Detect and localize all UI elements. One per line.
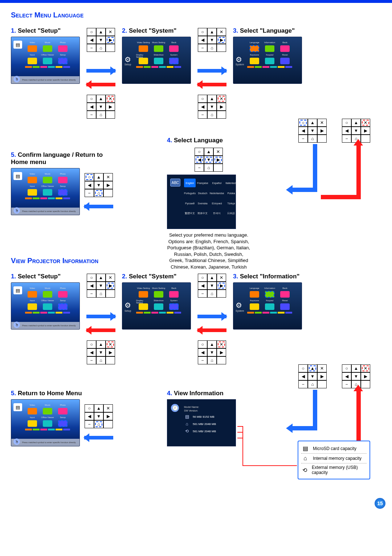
- arrow-left-icon: [84, 203, 113, 210]
- s2-step3: 3. Select "Information" ⚙System Language…: [233, 273, 302, 330]
- home-screen-4: ▤ Video Music Photo Input Office Viewer …: [11, 399, 80, 446]
- usb-icon: ⟲: [301, 467, 308, 474]
- arrow-left-icon: [197, 81, 226, 88]
- remote-pad: ○▲✕ ◀▼▶ −⌂: [198, 28, 226, 52]
- s1-step1-label: 1. Select "Setup": [11, 27, 80, 34]
- clock-icon: 🕘: [171, 404, 179, 412]
- s1-step4-label: 4. Select Language: [167, 137, 250, 144]
- s1-step3-label: 3. Select "Language": [233, 27, 302, 34]
- remote-pad: ○▲✕ ◀▼▶ −⌂: [198, 95, 226, 119]
- sd-slot-icon: ▤: [13, 286, 22, 294]
- s2-step4: 4. View Information 🕘 Model Name: SW Ver…: [167, 390, 236, 446]
- sd-icon: ▤: [184, 414, 190, 419]
- gear-icon: ⚙Setup: [124, 301, 131, 312]
- remote-pad: ○▲✕ ◀▼▶ −⌂: [298, 364, 327, 388]
- system-screen: ⚙Setup Video Setting Music Setting Back …: [122, 37, 191, 84]
- sd-slot-icon: ▤: [13, 172, 22, 180]
- s1-step5-label: 5. Confirm language / Return to Home men…: [11, 151, 113, 166]
- s1-step4: 4. Select Language ○▲✕ ◀▼▶ −⌂ ABC Englis…: [167, 137, 250, 270]
- s1-nav-2-3: ○▲✕ ◀▼▶ −⌂ ○▲✕ ◀▼▶ −⌂: [197, 27, 226, 119]
- s1-nav-1-2: ○▲✕ ◀▼▶ −⌂ ○▲✕ ◀▼▶ −⌂: [86, 27, 115, 119]
- gear-icon: ⚙Setup: [124, 55, 131, 66]
- usb-icon: ⟲: [184, 429, 190, 434]
- mouse-icon: 🖱: [13, 76, 20, 82]
- capacity-legend: ▤MicroSD card capacity ⌂Internal memory …: [298, 441, 370, 479]
- home-screen-2: ▤ Video Music Photo Input Office Viewer …: [11, 168, 80, 215]
- language-select-screen: ABC English Française Español Italienisc…: [167, 175, 236, 229]
- chip-icon: ⌂: [301, 455, 309, 462]
- arrow-left-icon: [84, 434, 113, 441]
- sd-slot-icon: ▤: [13, 403, 22, 411]
- section1-row2: ○▲✕ ◀▼▶ −⌂ ○▲✕ ◀▼▶ −⌂ 4. Select Language: [11, 122, 381, 253]
- s1-step2-label: 2. Select "System": [122, 27, 191, 34]
- remote-pad: ○▲✕ ◀▼▶ −⌂: [87, 28, 115, 52]
- section2-row1: 1. Select "Setup" ▤ Video Music Photo In…: [11, 273, 381, 364]
- page: Select Menu Language 1. Select "Setup" ▤…: [0, 0, 392, 513]
- remote-pad: ○▲✕ ◀▼▶ −⌂: [87, 274, 115, 298]
- information-screen: 🕘 Model Name: SW Version: ▤56 MB/ 8152 M…: [167, 399, 236, 446]
- s1-step3: 3. Select "Language" ⚙System Language In…: [233, 27, 302, 84]
- arrow-left-icon: [86, 81, 115, 88]
- remote-pad: ○▲✕ ◀▼▶ −⌂: [198, 274, 226, 298]
- arrow-left-icon: [197, 327, 226, 334]
- language-grid: English Française Español Italienisch Po…: [184, 179, 232, 218]
- remote-pad: ○▲✕ ◀▼▶ −⌂: [195, 148, 223, 172]
- arrow-right-icon: [197, 67, 226, 74]
- mouse-icon: 🖱: [13, 322, 20, 328]
- page-number-badge: 15: [375, 498, 385, 509]
- s2-step2: 2. Select "System" ⚙Setup Video Setting …: [122, 273, 191, 330]
- gear-icon: ⚙System: [236, 301, 244, 312]
- system-screen-2: ⚙Setup Video Setting Music Setting Back …: [122, 282, 191, 330]
- mouse-icon: 🖱: [13, 438, 20, 445]
- section1-title: Select Menu Language: [11, 11, 381, 19]
- remote-pad: ○▲✕ ◀▼▶ −⌂: [87, 340, 115, 364]
- home-screen-3: ▤ Video Music Photo Input Office Viewer …: [11, 282, 80, 330]
- info-menu-screen: ⚙System Language Information Back Keysto…: [233, 282, 302, 330]
- language-menu-screen: ⚙System Language Information Back Keysto…: [233, 37, 302, 84]
- arrow-right-icon: [197, 313, 226, 320]
- language-caption: Select your preferred menu language. Opt…: [167, 232, 250, 270]
- section2-row2: ○▲✕ ◀▼▶ −⌂ ○▲✕ ◀▼▶ −⌂ 4. View Informatio…: [11, 368, 381, 499]
- mouse-icon: 🖱: [13, 207, 20, 214]
- remote-pad: ○▲✕ ◀▼▶ −⌂: [85, 404, 113, 428]
- s1-step1: 1. Select "Setup" ▤ Video Music Photo In…: [11, 27, 80, 84]
- arrow-left-icon: [86, 327, 115, 334]
- sd-slot-icon: ▤: [13, 41, 22, 49]
- abc-icon: ABC: [170, 179, 180, 187]
- remote-pad: ○▲✕ ◀▼▶ −⌂: [85, 173, 113, 197]
- remote-pad: ○▲✕ ◀▼▶ −⌂: [198, 340, 226, 364]
- remote-pad: ○▲✕ ◀▼▶ −⌂: [87, 95, 115, 119]
- s1-step2: 2. Select "System" ⚙Setup Video Setting …: [122, 27, 191, 84]
- s2-nav-2-3: ○▲✕ ◀▼▶ −⌂ ○▲✕ ◀▼▶ −⌂: [197, 273, 226, 364]
- chip-icon: ⌂: [184, 421, 190, 426]
- s2-step5: 5. Return to Home Menu ▤ Video Music Pho…: [11, 390, 113, 446]
- s2-step1: 1. Select "Setup" ▤ Video Music Photo In…: [11, 273, 80, 330]
- section1-row1: 1. Select "Setup" ▤ Video Music Photo In…: [11, 27, 381, 119]
- s2-nav-1-2: ○▲✕ ◀▼▶ −⌂ ○▲✕ ◀▼▶ −⌂: [86, 273, 115, 364]
- sd-icon: ▤: [301, 445, 309, 452]
- gear-icon: ⚙System: [236, 55, 244, 66]
- arrow-right-icon: [86, 313, 115, 320]
- s1-step5: 5. Confirm language / Return to Home men…: [11, 151, 113, 215]
- arrow-right-icon: [86, 67, 115, 74]
- home-screen-1: ▤ Video Music Photo Input Office Viewer …: [11, 37, 80, 84]
- remote-pad: ○▲✕ ◀▼▶ −⌂: [298, 119, 327, 143]
